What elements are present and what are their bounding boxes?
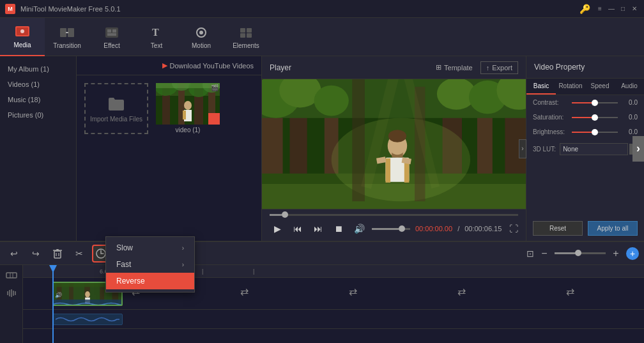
reset-button[interactable]: Reset xyxy=(533,221,583,236)
import-media-button[interactable]: Import Media Files xyxy=(84,83,148,134)
player-area: Player ⊞ Template ↑ Export xyxy=(262,56,526,241)
key-icon: 🔑 xyxy=(579,4,590,14)
saturation-row: Saturation: 0.0 xyxy=(526,110,644,125)
toolbar-item-motion[interactable]: Motion xyxy=(179,18,224,56)
elements-label: Elements xyxy=(233,42,259,49)
controls-row: ▶ ⏮ ⏭ ⏹ 🔊 00:00:00.00 / 00:00:06.15 ⛶ xyxy=(270,221,518,236)
contrast-slider[interactable] xyxy=(572,102,618,103)
tab-basic[interactable]: Basic xyxy=(526,79,556,95)
svg-rect-50 xyxy=(385,158,390,183)
toolbar-item-elements[interactable]: Elements xyxy=(224,18,268,56)
transition-arrow-3[interactable]: ⇄ xyxy=(349,286,357,298)
app-title: MiniTool MovieMaker Free 5.0.1 xyxy=(20,5,574,13)
lut-select[interactable]: None xyxy=(560,143,628,155)
stop-button[interactable]: ⏹ xyxy=(331,221,346,236)
slow-arrow-icon: › xyxy=(182,245,184,252)
undo-button[interactable]: ↩ xyxy=(5,245,23,263)
svg-rect-6 xyxy=(107,29,111,33)
svg-point-77 xyxy=(85,291,90,298)
fit-timeline-button[interactable]: ⊡ xyxy=(526,248,534,259)
slow-menu-item[interactable]: Slow › xyxy=(106,240,194,256)
tab-rotation[interactable]: Rotation xyxy=(556,79,585,95)
tab-speed[interactable]: Speed xyxy=(585,79,615,95)
toolbar-item-effect[interactable]: Effect xyxy=(89,18,134,56)
toolbar-item-transition[interactable]: Transition xyxy=(45,18,89,56)
saturation-thumb xyxy=(592,114,598,121)
fast-arrow-icon: › xyxy=(182,261,184,268)
template-button[interactable]: ⊞ Template xyxy=(436,63,473,72)
audio-track-icon[interactable] xyxy=(4,286,19,301)
sidebar-item-music[interactable]: Music (18) xyxy=(0,92,76,107)
export-button[interactable]: ↑ Export xyxy=(480,61,518,74)
audio-clip[interactable] xyxy=(52,314,123,325)
svg-rect-3 xyxy=(60,28,66,37)
lut-row: 3D LUT: None › xyxy=(526,139,644,159)
saturation-value: 0.0 xyxy=(622,114,638,121)
svg-rect-12 xyxy=(240,28,245,33)
zoom-out-button[interactable]: − xyxy=(538,247,551,260)
right-panel: Video Property › Basic Rotation Speed Au… xyxy=(526,56,644,241)
delete-button[interactable] xyxy=(49,245,66,263)
saturation-slider[interactable] xyxy=(572,117,618,118)
progress-bar[interactable] xyxy=(270,214,518,216)
next-frame-button[interactable]: ⏭ xyxy=(310,221,326,236)
sidebar-item-pictures[interactable]: Pictures (0) xyxy=(0,107,76,123)
menu-icon[interactable]: ≡ xyxy=(595,4,604,13)
window-controls[interactable]: ≡ — □ ✕ xyxy=(595,4,639,13)
download-youtube-button[interactable]: ▶ Download YouTube Videos xyxy=(162,61,254,70)
cut-button[interactable]: ✂ xyxy=(70,245,88,263)
main-track-icon[interactable] xyxy=(4,268,19,283)
maximize-icon[interactable]: □ xyxy=(618,4,627,13)
tab-audio[interactable]: Audio xyxy=(615,79,644,95)
svg-rect-66 xyxy=(6,273,17,278)
minimize-icon[interactable]: — xyxy=(607,4,616,13)
time-separator: / xyxy=(457,225,459,232)
volume-slider[interactable] xyxy=(372,228,410,230)
toolbar-item-media[interactable]: Media xyxy=(0,18,45,56)
redo-button[interactable]: ↪ xyxy=(27,245,45,263)
sidebar-item-my-album[interactable]: My Album (1) xyxy=(0,61,76,77)
svg-text:T: T xyxy=(152,27,159,38)
clip-speaker-icon: 🔊 xyxy=(55,292,62,298)
contrast-row: Contrast: 0.0 xyxy=(526,95,644,110)
play-button[interactable]: ▶ xyxy=(270,221,285,236)
zoom-in-button[interactable]: + xyxy=(610,247,622,260)
timeline-playhead[interactable] xyxy=(52,265,54,343)
brightness-label: Brightness: xyxy=(533,128,568,135)
svg-rect-7 xyxy=(112,29,116,33)
panel-next-arrow[interactable]: › xyxy=(632,136,644,162)
apply-to-all-button[interactable]: Apply to all xyxy=(588,221,638,236)
volume-fill xyxy=(372,228,399,230)
zoom-fill xyxy=(555,252,575,254)
fullscreen-button[interactable]: ⛶ xyxy=(509,224,518,234)
svg-rect-15 xyxy=(247,33,252,38)
reverse-menu-item[interactable]: Reverse xyxy=(106,273,194,289)
sidebar-item-videos[interactable]: Videos (1) xyxy=(0,77,76,92)
add-track-button[interactable]: + xyxy=(626,247,639,260)
volume-button[interactable]: 🔊 xyxy=(351,221,367,236)
transition-arrow-2[interactable]: ⇄ xyxy=(240,286,249,298)
player-controls: ▶ ⏮ ⏭ ⏹ 🔊 00:00:00.00 / 00:00:06.15 ⛶ xyxy=(262,209,526,241)
prev-frame-button[interactable]: ⏮ xyxy=(290,221,305,236)
progress-fill xyxy=(270,214,282,216)
brightness-row: Brightness: 0.0 xyxy=(526,125,644,139)
zoom-slider[interactable] xyxy=(555,252,606,254)
brightness-slider[interactable] xyxy=(572,132,618,133)
fast-menu-item[interactable]: Fast › xyxy=(106,256,194,273)
svg-point-55 xyxy=(388,130,406,142)
media-item-video1[interactable]: 🎬 ✓ video (1) xyxy=(156,83,220,134)
transition-arrow-4[interactable]: ⇄ xyxy=(457,286,466,298)
panel-collapse-button[interactable]: › xyxy=(519,139,526,158)
svg-rect-13 xyxy=(247,28,252,33)
toolbar-item-text[interactable]: T Text xyxy=(134,18,179,56)
close-icon[interactable]: ✕ xyxy=(630,4,639,13)
media-header: ▶ Download YouTube Videos xyxy=(77,56,261,75)
export-icon: ↑ xyxy=(486,64,490,72)
svg-rect-62 xyxy=(56,249,59,250)
svg-point-2 xyxy=(20,29,24,33)
svg-rect-29 xyxy=(156,83,220,88)
transition-arrow-5[interactable]: ⇄ xyxy=(566,286,574,298)
ruler-mark-3: | xyxy=(202,268,203,275)
waveform-svg xyxy=(54,301,123,306)
effect-icon xyxy=(104,25,119,40)
